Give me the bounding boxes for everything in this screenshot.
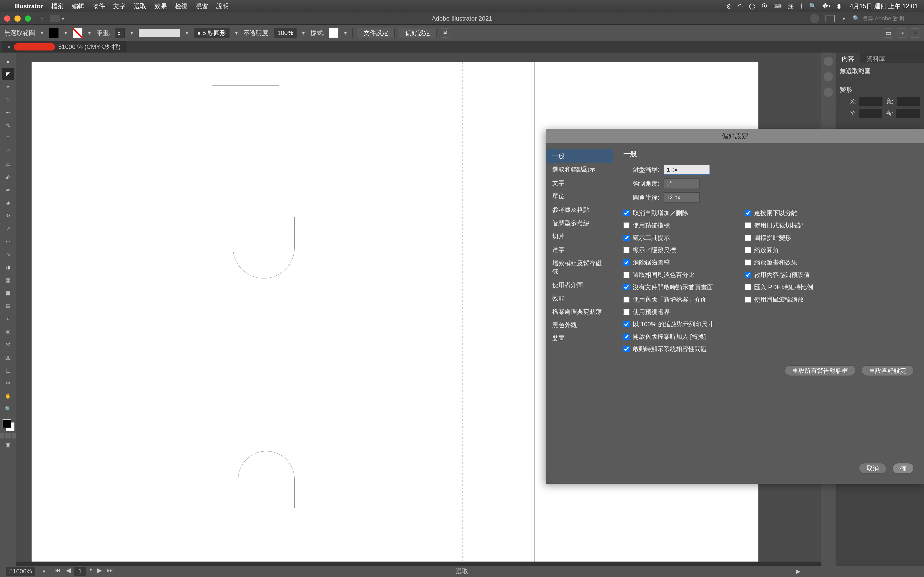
selection-tool[interactable]: ▲ [2, 55, 14, 67]
menu-edit[interactable]: 編輯 [72, 2, 84, 10]
hand-tool[interactable]: ✋ [2, 390, 14, 402]
stroke-weight-caret[interactable] [129, 30, 134, 36]
prefs-checkbox-row[interactable]: 使用滑鼠滾輪縮放 [745, 295, 813, 304]
paintbrush-tool[interactable]: 🖌 [2, 171, 14, 183]
prefs-sidebar-item[interactable]: 增效模組及暫存磁碟 [546, 256, 613, 278]
prefs-checkbox[interactable] [624, 284, 630, 290]
opacity-input[interactable]: 100% [274, 28, 297, 38]
slice-tool[interactable]: ✂ [2, 377, 14, 389]
mesh-tool[interactable]: ▩ [2, 287, 14, 299]
prefs-sidebar-item[interactable]: 連字 [546, 243, 613, 256]
user-avatar-icon[interactable] [810, 14, 819, 23]
prefs-checkbox[interactable] [624, 235, 630, 241]
preferences-button[interactable]: 偏好設定 [399, 28, 436, 38]
spotlight-icon[interactable]: 🔍 [809, 2, 816, 10]
status-caret[interactable]: ▶ [796, 568, 800, 575]
prefs-sidebar-item[interactable]: 檔案處理與剪貼簿 [546, 305, 613, 318]
no-selection-caret[interactable] [39, 30, 45, 36]
prefs-checkbox-row[interactable]: 使用舊版「新增檔案」介面 [624, 295, 714, 304]
lasso-tool[interactable]: ➰ [2, 94, 14, 106]
document-setup-button[interactable]: 文件設定 [357, 28, 395, 38]
prefs-checkbox[interactable] [624, 334, 630, 340]
rotate-tool[interactable]: ↻ [2, 210, 14, 221]
isolate-icon[interactable]: ⇥ [897, 28, 906, 38]
cc-libraries-icon[interactable] [824, 88, 833, 97]
prefs-sidebar-item[interactable]: 裝置 [546, 332, 613, 345]
prefs-checkbox-row[interactable]: 使用日式裁切標記 [745, 221, 813, 229]
prefs-checkbox[interactable] [745, 222, 751, 229]
curvature-tool[interactable]: ✎ [2, 119, 14, 131]
brush-definition-dropdown[interactable]: ● 5 點圓形 [194, 28, 230, 38]
menu-view[interactable]: 檢視 [175, 2, 187, 10]
menu-help[interactable]: 說明 [216, 2, 229, 10]
keyboard-increment-input[interactable] [664, 164, 710, 175]
pen-tool[interactable]: ✒ [2, 106, 14, 118]
status-mode[interactable]: 選取 [456, 567, 468, 575]
prefs-checkbox[interactable] [624, 297, 630, 303]
fill-color-swatch[interactable] [3, 419, 11, 428]
prefs-checkbox[interactable] [745, 259, 751, 266]
scale-tool[interactable]: ⤢ [2, 222, 14, 234]
prefs-sidebar-item[interactable]: 文字 [546, 176, 613, 190]
zoom-caret[interactable] [41, 569, 47, 574]
home-icon[interactable]: ⌂ [39, 15, 44, 23]
prefs-checkbox-row[interactable]: 以 100% 的縮放顯示列印尺寸 [624, 320, 714, 329]
tab-libraries[interactable]: 資料庫 [860, 53, 891, 63]
fill-caret[interactable] [63, 30, 69, 36]
prefs-checkbox[interactable] [624, 321, 630, 327]
prefs-checkbox-row[interactable]: 選取相同刷淡色百分比 [624, 271, 714, 279]
window-zoom-button[interactable] [25, 15, 31, 22]
menubar-clock[interactable]: 4月15日 週四 上午 12:01 [850, 2, 918, 10]
eyedropper-tool[interactable]: ⤋ [2, 313, 14, 324]
w-input[interactable] [897, 97, 920, 106]
ok-button[interactable]: 確 [893, 463, 914, 474]
status-icon-1[interactable]: ◠ [738, 2, 743, 10]
type-tool[interactable]: T [2, 132, 14, 144]
prefs-checkbox-row[interactable]: 匯入 PDF 時維持比例 [745, 283, 813, 291]
line-segment-tool[interactable]: ／ [2, 145, 14, 157]
menu-effect[interactable]: 效果 [154, 2, 167, 10]
siri-icon[interactable]: ◉ [837, 2, 842, 10]
last-artboard-icon[interactable]: ⏭ [105, 567, 115, 576]
document-tab[interactable]: × 51000 % (CMYK/外框) [2, 41, 126, 53]
column-graph-tool[interactable]: ▯▯ [2, 351, 14, 363]
prefs-checkbox[interactable] [624, 272, 630, 278]
reset-preferences-button[interactable]: 重設喜好設定 [862, 366, 914, 376]
h-input[interactable] [897, 109, 920, 118]
prefs-checkbox-row[interactable]: 顯示／隱藏尺標 [624, 246, 714, 254]
prefs-checkbox-row[interactable]: 使用精確指標 [624, 221, 714, 229]
zoom-level[interactable]: 51000% [6, 567, 35, 576]
menu-file[interactable]: 檔案 [51, 2, 64, 10]
artboard-number[interactable]: 1 [74, 567, 86, 576]
window-close-button[interactable] [4, 15, 10, 22]
prefs-checkbox-row[interactable]: 使用預視邊界 [624, 308, 714, 316]
next-artboard-icon[interactable]: ▶ [96, 567, 103, 576]
prefs-checkbox-row[interactable]: 消除鋸齒圖稿 [624, 258, 714, 267]
edit-toolbar-icon[interactable]: ⋯ [2, 452, 14, 464]
perspective-grid-tool[interactable]: ▦ [2, 274, 14, 286]
prefs-checkbox[interactable] [745, 235, 751, 241]
corner-radius-input[interactable] [664, 192, 700, 203]
prefs-sidebar-item[interactable]: 一般 [546, 150, 613, 163]
prefs-checkbox[interactable] [745, 297, 751, 303]
prefs-checkbox-row[interactable]: 縮放筆畫和效果 [745, 258, 813, 267]
prefs-checkbox-row[interactable]: 取消自動增加／刪除 [624, 209, 714, 217]
prefs-checkbox-row[interactable]: 啟用內容感知預設值 [745, 271, 813, 279]
free-transform-tool[interactable]: ⤡ [2, 248, 14, 260]
properties-panel-icon[interactable] [824, 56, 833, 66]
width-tool[interactable]: ⇔ [2, 235, 14, 247]
prefs-checkbox[interactable] [624, 222, 630, 229]
prefs-checkbox-row[interactable]: 沒有文件開啟時顯示首頁畫面 [624, 283, 714, 291]
draw-behind-icon[interactable] [5, 433, 11, 438]
prefs-checkbox[interactable] [624, 259, 630, 266]
prefs-checkbox-row[interactable]: 啟動時顯示系統相容性問題 [624, 345, 714, 353]
prefs-checkbox[interactable] [624, 309, 630, 315]
prefs-checkbox[interactable] [624, 346, 630, 352]
prefs-checkbox[interactable] [745, 210, 751, 216]
prefs-sidebar-item[interactable]: 參考線及格點 [546, 203, 613, 216]
fill-stroke-swatches[interactable] [2, 418, 15, 431]
help-search-input[interactable]: 搜尋 Adobe 說明 [853, 15, 920, 23]
layers-panel-icon[interactable] [824, 72, 833, 81]
line-icon[interactable]: ◯ [749, 2, 755, 10]
workspace-icon[interactable] [825, 15, 835, 22]
